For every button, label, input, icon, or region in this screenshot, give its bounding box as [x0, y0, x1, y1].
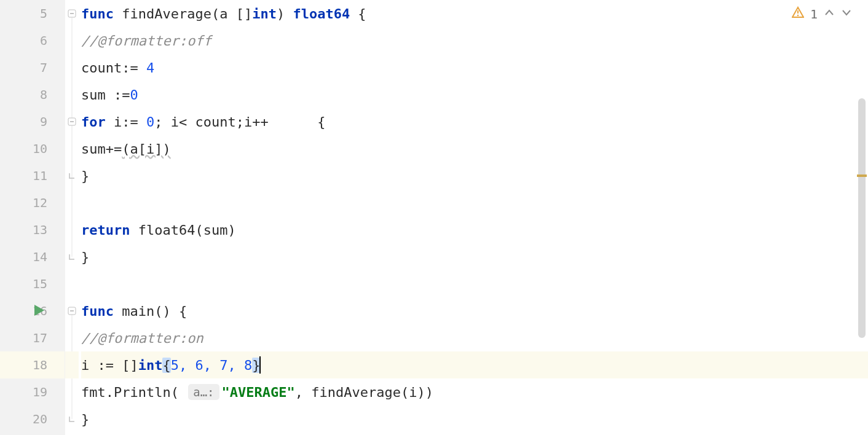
keyword: int: [252, 6, 277, 22]
keyword: int: [138, 358, 163, 373]
gutter: 5 6 7 8 9 10 11 12 13 14 15 16 17 18 19: [0, 0, 65, 435]
line-number: 14: [33, 249, 47, 264]
code-text: }: [81, 168, 89, 184]
code-line[interactable]: sum+=(a[i]): [81, 135, 868, 162]
svg-marker-0: [34, 305, 44, 316]
string-literal: "AVERAGE": [222, 385, 295, 400]
code-line[interactable]: [81, 270, 868, 297]
fold-end-icon[interactable]: [68, 253, 76, 261]
gutter-line[interactable]: 5: [0, 0, 65, 27]
code-line[interactable]: }: [81, 243, 868, 270]
code-line[interactable]: fmt.Println( a…: "AVERAGE", findAverage(…: [81, 378, 868, 406]
run-icon[interactable]: [34, 304, 44, 319]
code-line[interactable]: func main() {: [81, 297, 868, 324]
warning-marker[interactable]: [857, 174, 867, 177]
gutter-line[interactable]: 9: [0, 108, 65, 135]
keyword: return: [81, 222, 130, 238]
line-number: 9: [40, 114, 47, 129]
code-text: , findAverage(i)): [295, 385, 433, 400]
line-number: 10: [33, 141, 47, 156]
number-literal: 0: [130, 87, 138, 103]
parameter-hint: a…:: [188, 384, 219, 400]
line-number: 6: [40, 33, 47, 48]
code-text: sum :=: [81, 87, 130, 103]
gutter-line[interactable]: 15: [0, 270, 65, 297]
text-caret: [259, 356, 261, 374]
gutter-line[interactable]: 14: [0, 243, 65, 270]
gutter-line[interactable]: 12: [0, 189, 65, 216]
code-line[interactable]: count:= 4: [81, 54, 868, 81]
code-editor: 5 6 7 8 9 10 11 12 13 14 15 16 17 18 19: [0, 0, 868, 435]
line-number: 19: [33, 385, 47, 399]
gutter-line[interactable]: 19: [0, 378, 65, 406]
svg-point-11: [797, 15, 799, 17]
line-number: 18: [33, 358, 47, 372]
line-number: 15: [33, 276, 47, 291]
code-text: fmt.: [81, 385, 114, 400]
code-line[interactable]: //@formatter:on: [81, 324, 868, 351]
code-text: }: [81, 249, 89, 265]
scrollbar-thumb[interactable]: [858, 98, 866, 338]
gutter-line[interactable]: 10: [0, 135, 65, 162]
code-text: i := []: [81, 358, 138, 373]
fold-open-icon[interactable]: [68, 307, 76, 315]
code-text: main() {: [114, 304, 187, 319]
gutter-line[interactable]: 13: [0, 216, 65, 243]
comment: //@formatter:on: [81, 331, 203, 346]
line-number: 12: [33, 195, 47, 210]
code-area[interactable]: func findAverage(a []int) float64 { //@f…: [79, 0, 868, 435]
code-line[interactable]: func findAverage(a []int) float64 {: [81, 0, 868, 27]
gutter-line[interactable]: 20: [0, 406, 65, 433]
code-text: sum+=: [81, 141, 122, 157]
chevron-up-icon[interactable]: [824, 7, 835, 22]
fold-column: [65, 0, 79, 435]
inspections-widget[interactable]: 1: [792, 6, 852, 22]
fold-open-icon[interactable]: [68, 117, 76, 126]
line-number: 13: [33, 222, 47, 237]
gutter-line[interactable]: 8: [0, 81, 65, 108]
fold-open-icon[interactable]: [68, 9, 76, 18]
code-text: (: [171, 385, 187, 400]
gutter-line[interactable]: 18: [0, 351, 65, 378]
line-number: 17: [33, 331, 47, 345]
warning-triangle-icon[interactable]: [792, 6, 804, 22]
code-text: (a[i]): [122, 141, 170, 157]
code-text: float64(sum): [130, 222, 235, 238]
gutter-line[interactable]: 6: [0, 27, 65, 54]
matched-brace: {: [162, 358, 170, 373]
code-text: }: [81, 412, 89, 427]
code-text: count:=: [81, 60, 146, 76]
code-line[interactable]: for i:= 0; i< count;i++ {: [81, 108, 868, 135]
code-text: ): [277, 6, 293, 22]
code-line[interactable]: sum :=0: [81, 81, 868, 108]
code-line[interactable]: }: [81, 406, 868, 433]
comment: //@formatter:off: [81, 33, 211, 49]
code-text: ; i< count;i++ {: [154, 114, 325, 130]
code-line[interactable]: [81, 189, 868, 216]
line-number: 5: [40, 6, 47, 21]
gutter-line[interactable]: 11: [0, 162, 65, 189]
code-line[interactable]: }: [81, 162, 868, 189]
gutter-line[interactable]: 17: [0, 324, 65, 351]
code-text: i:=: [106, 114, 146, 130]
code-line[interactable]: i := []int{5, 6, 7, 8}: [81, 351, 868, 378]
gutter-line[interactable]: 16: [0, 297, 65, 324]
matched-brace: }: [252, 358, 260, 373]
code-line[interactable]: //@formatter:off: [81, 27, 868, 54]
number-literal: 0: [146, 114, 154, 130]
gutter-line[interactable]: 7: [0, 54, 65, 81]
code-text: {: [350, 6, 366, 22]
fold-end-icon[interactable]: [68, 415, 76, 423]
line-number: 11: [33, 168, 47, 183]
keyword: for: [81, 114, 106, 130]
line-number: 8: [40, 87, 47, 102]
code-text: findAverage(a []: [114, 6, 252, 22]
code-line[interactable]: return float64(sum): [81, 216, 868, 243]
scrollbar[interactable]: [857, 0, 867, 435]
keyword: func: [81, 6, 114, 22]
chevron-down-icon[interactable]: [841, 7, 852, 22]
number-literal: 4: [146, 60, 154, 76]
fold-end-icon[interactable]: [68, 171, 76, 180]
keyword: func: [81, 304, 114, 319]
line-number: 7: [40, 60, 47, 75]
